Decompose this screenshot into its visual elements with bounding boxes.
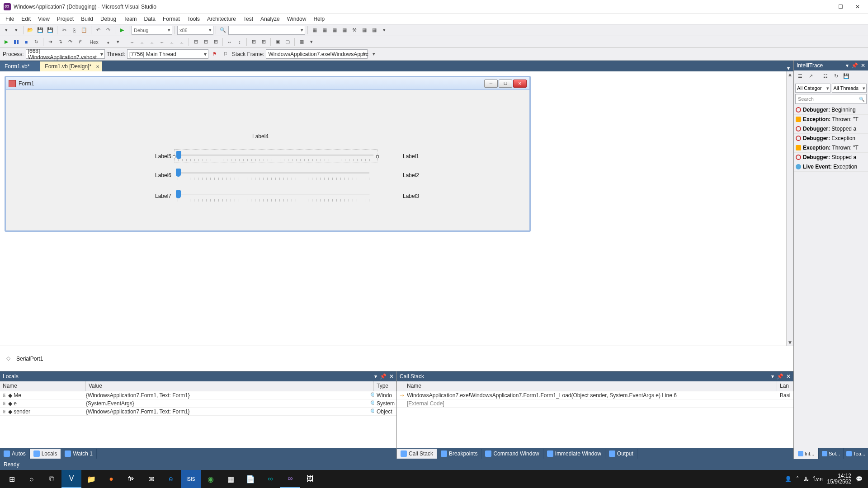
add-item-icon[interactable]: ▾ <box>12 26 21 35</box>
label6[interactable]: Label6 <box>155 172 171 178</box>
menu-analyze[interactable]: Analyze <box>257 14 283 23</box>
taskbar-mail-icon[interactable]: ✉ <box>141 470 161 488</box>
locals-col-type[interactable]: Type <box>374 381 396 391</box>
taskbar-edge-icon[interactable]: e <box>161 470 181 488</box>
restart-icon[interactable]: ↻ <box>32 38 41 47</box>
start-button[interactable]: ⊞ <box>2 470 22 488</box>
same-height-icon[interactable]: ⊟ <box>201 38 210 47</box>
align-right-icon[interactable]: ⫠ <box>147 38 156 47</box>
config-combo[interactable]: Debug <box>132 26 172 35</box>
cut-icon[interactable]: ✂ <box>60 26 69 35</box>
taskbar-photos-icon[interactable]: 🖼 <box>300 470 320 488</box>
search-button[interactable]: ⌕ <box>22 470 42 488</box>
menu-build[interactable]: Build <box>77 14 97 23</box>
taskbar-firefox-icon[interactable]: ● <box>101 470 121 488</box>
continue-icon[interactable]: ▶ <box>2 38 11 47</box>
taskbar-notepad-icon[interactable]: 📄 <box>241 470 260 488</box>
right-tab[interactable]: Sol... <box>819 448 844 459</box>
it-event[interactable]: Exception: Thrown: "T <box>794 143 868 153</box>
it-threads-combo[interactable]: All Threads <box>832 84 867 93</box>
step-out-icon[interactable]: ↱ <box>75 38 85 47</box>
taskbar-store-icon[interactable]: 🛍 <box>121 470 141 488</box>
locals-pin-icon[interactable]: 📌 <box>380 373 387 380</box>
send-back-icon[interactable]: ▢ <box>283 38 292 47</box>
menu-test[interactable]: Test <box>240 14 257 23</box>
align-center-icon[interactable]: ⫠ <box>137 38 146 47</box>
menu-tools[interactable]: Tools <box>184 14 203 23</box>
stackframe-combo[interactable]: WindowsApplication7.exe!WindowsApplic <box>266 49 368 59</box>
callstack-dropdown-icon[interactable]: ▾ <box>771 373 774 380</box>
output-icon[interactable]: ▾ <box>113 38 123 47</box>
undo-icon[interactable]: ↶ <box>94 26 103 35</box>
it-save-icon[interactable]: 💾 <box>842 72 851 81</box>
locals-row[interactable]: ⊞◆ e{System.EventArgs}🔍▾System <box>0 399 396 408</box>
align-left-icon[interactable]: ⫟ <box>127 38 137 47</box>
more-debug-icon[interactable]: ▾ <box>307 38 316 47</box>
maximize-button[interactable]: ☐ <box>837 4 844 10</box>
align-top-icon[interactable]: ⫟ <box>157 38 166 47</box>
it-list-icon[interactable]: ☰ <box>796 72 805 81</box>
it-event[interactable]: Debugger: Exception <box>794 134 868 143</box>
bottom-tab[interactable]: Autos <box>0 449 30 459</box>
it-event[interactable]: Exception: Thrown: "T <box>794 115 868 124</box>
open-icon[interactable]: 📂 <box>26 26 35 35</box>
object-browser-icon[interactable]: ▦ <box>340 26 349 35</box>
hex-icon[interactable]: Hex <box>90 38 99 47</box>
menu-edit[interactable]: Edit <box>18 14 34 23</box>
trackbar2[interactable] <box>174 168 373 181</box>
close-window-button[interactable]: ✕ <box>854 4 861 10</box>
designer-scrollbar[interactable]: ▲▼ <box>786 71 793 346</box>
bottom-tab[interactable]: Immediate Window <box>543 449 605 459</box>
form-preview[interactable]: Form1 ─ ☐ ✕ Label4 Label5 Label1 Label6 … <box>5 76 531 232</box>
it-search-input[interactable]: Search <box>795 94 867 104</box>
process-combo[interactable]: [668] WindowsApplication7.vshost <box>26 49 105 59</box>
taskbar-app-grid-icon[interactable]: ▦ <box>221 470 241 488</box>
tray-people-icon[interactable]: 👤 <box>785 476 792 482</box>
properties-icon[interactable]: ▦ <box>330 26 339 35</box>
tray-notifications-icon[interactable]: 💬 <box>856 476 863 482</box>
locals-dropdown-icon[interactable]: ▾ <box>374 373 377 380</box>
bottom-tab[interactable]: Output <box>605 449 637 459</box>
label2[interactable]: Label2 <box>403 172 419 178</box>
step-over-icon[interactable]: ↷ <box>66 38 75 47</box>
menu-architecture[interactable]: Architecture <box>203 14 240 23</box>
locals-col-value[interactable]: Value <box>86 381 374 391</box>
same-width-icon[interactable]: ⊟ <box>191 38 200 47</box>
callstack-row[interactable]: ⇒WindowsApplication7.exe!WindowsApplicat… <box>397 391 793 399</box>
taskview-button[interactable]: ⧉ <box>42 470 61 488</box>
tray-overflow-icon[interactable]: ˄ <box>796 476 799 482</box>
minimize-button[interactable]: ─ <box>820 4 826 10</box>
label4[interactable]: Label4 <box>252 133 269 140</box>
toolbox-icon[interactable]: ▦ <box>310 26 319 35</box>
thread-flag-icon[interactable]: ⚑ <box>210 50 219 59</box>
hspace-icon[interactable]: ↔ <box>225 38 234 47</box>
copy-icon[interactable]: ⎘ <box>70 26 79 35</box>
breakpoints-icon[interactable]: ⬥ <box>104 38 113 47</box>
redo-icon[interactable]: ↷ <box>104 26 113 35</box>
right-tab[interactable]: Tea... <box>844 448 868 459</box>
form-close-button[interactable]: ✕ <box>513 80 527 88</box>
show-next-icon[interactable]: ➜ <box>46 38 55 47</box>
save-icon[interactable]: 💾 <box>36 26 45 35</box>
menu-file[interactable]: File <box>2 14 18 23</box>
locals-row[interactable]: ⊞◆ sender{WindowsApplication7.Form1, Tex… <box>0 408 396 416</box>
it-event[interactable]: Debugger: Stopped a <box>794 124 868 134</box>
bring-front-icon[interactable]: ▣ <box>273 38 282 47</box>
bottom-tab[interactable]: Command Window <box>481 449 543 459</box>
extension-icon[interactable]: ▦ <box>370 26 379 35</box>
thread-id-icon[interactable]: ⚐ <box>221 50 230 59</box>
center-h-icon[interactable]: ⊞ <box>249 38 258 47</box>
label1[interactable]: Label1 <box>403 153 419 160</box>
new-project-icon[interactable]: ▾ <box>2 26 11 35</box>
label3[interactable]: Label3 <box>403 193 419 199</box>
tab-form1-code[interactable]: Form1.vb* <box>0 61 40 71</box>
callstack-row[interactable]: [External Code] <box>397 399 793 408</box>
menu-project[interactable]: Project <box>53 14 77 23</box>
menu-view[interactable]: View <box>34 14 53 23</box>
tab-order-icon[interactable]: ▦ <box>297 38 306 47</box>
tray-network-icon[interactable]: 🖧 <box>803 476 809 482</box>
callstack-col-lang[interactable]: Lan <box>777 381 793 391</box>
more-icon[interactable]: ▾ <box>380 26 389 35</box>
bottom-tab[interactable]: Breakpoints <box>437 449 481 459</box>
it-nav-icon[interactable]: ↗ <box>806 72 815 81</box>
